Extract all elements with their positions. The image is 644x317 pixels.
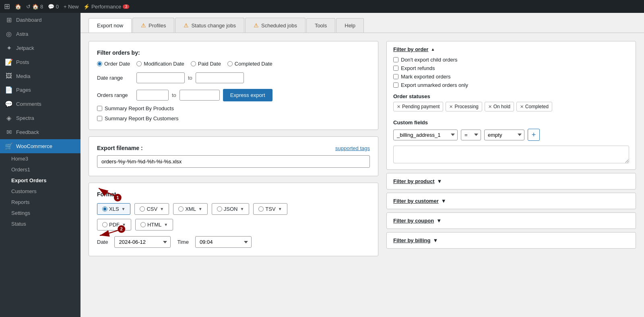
media-icon: 🖼 [5,72,13,80]
sidebar-item-woo-reports[interactable]: Reports [0,197,80,208]
filter-by-billing-link[interactable]: Filter by billing [393,237,430,243]
sidebar-item-astra[interactable]: ◎ Astra [0,27,80,41]
admin-bar-new[interactable]: + New [64,4,78,10]
filter-by-billing-header[interactable]: Filter by billing ▼ [387,233,636,248]
remove-processing-icon[interactable]: ✕ [449,104,453,109]
filter-by-product-header[interactable]: Filter by product ▼ [387,173,636,189]
filter-by-coupon-link[interactable]: Filter by coupon [393,218,434,224]
xml-dropdown-arrow: ▼ [198,207,202,211]
date-range-to-label: to [188,75,192,81]
filter-by-customer-link[interactable]: Filter by customer [393,198,439,204]
sidebar-item-woo-orders[interactable]: Orders 1 [0,164,80,175]
tag-on-hold[interactable]: ✕ On hold [485,102,514,111]
filter-by-billing-arrow-icon: ▼ [433,237,438,243]
admin-bar-comments[interactable]: 💬 0 [48,4,59,10]
radio-paid-date[interactable]: Paid Date [191,61,221,67]
sidebar-item-woo-settings[interactable]: Settings [0,208,80,218]
checkbox-summary-customers-input[interactable] [97,116,102,121]
sidebar-item-spectra[interactable]: ◈ Spectra [0,111,80,125]
tab-scheduled-jobs[interactable]: ⚠ Scheduled jobs [245,18,305,33]
html-dropdown-arrow: ▼ [164,222,168,227]
filename-label: Export filename : [97,145,143,151]
sidebar-item-pages[interactable]: 📄 Pages [0,83,80,97]
checkbox-export-refunds-input[interactable] [393,66,398,71]
sidebar-item-jetpack[interactable]: ✦ Jetpack [0,41,80,55]
time-label: Time [177,239,188,245]
woo-submenu: Home 3 Orders 1 Export Orders Customers … [0,153,80,229]
format-xml-btn[interactable]: XML ▼ [173,203,208,215]
cf-value-select[interactable]: empty [484,130,524,140]
admin-bar-performance[interactable]: ⚡ Performance 3 [83,4,129,10]
sidebar-item-comments[interactable]: 💬 Comments [0,97,80,111]
date-range-from[interactable] [136,72,185,83]
date-range-to[interactable] [196,72,244,83]
remove-completed-icon[interactable]: ✕ [520,104,524,109]
tsv-dropdown-arrow: ▼ [278,207,282,211]
time-select[interactable]: 09:04 [195,236,252,248]
radio-modification-date[interactable]: Modification Date [136,61,184,67]
format-json-btn[interactable]: JSON ▼ [212,203,250,215]
sidebar-item-woo-status[interactable]: Status [0,218,80,229]
sidebar-item-media[interactable]: 🖼 Media [0,69,80,83]
csv-dropdown-arrow: ▼ [160,207,164,211]
admin-bar-updates[interactable]: ↺ 🏠8 [26,4,43,10]
tab-profiles[interactable]: ⚠ Profiles [132,18,174,33]
checkbox-mark-exported-input[interactable] [393,74,398,79]
sidebar-item-woo-customers[interactable]: Customers [0,186,80,197]
sidebar-item-posts[interactable]: 📝 Posts [0,55,80,69]
tab-tools[interactable]: Tools [306,18,335,33]
tab-status-change-jobs[interactable]: ⚠ Status change jobs [175,18,244,33]
filter-by-product-link[interactable]: Filter by product [393,178,435,184]
sidebar: ⊞ Dashboard ◎ Astra ✦ Jetpack 📝 Posts 🖼 … [0,13,80,317]
filter-by-order-link[interactable]: Filter by order [393,46,428,52]
checkbox-no-child-orders: Don't export child orders [387,56,636,64]
orders-range-to[interactable] [180,90,220,101]
filter-by-product-card: Filter by product ▼ [386,173,636,189]
radio-completed-date[interactable]: Completed Date [227,61,272,67]
filename-input[interactable] [97,155,370,168]
checkbox-export-unmarked-input[interactable] [393,82,398,88]
filter-by-coupon-header[interactable]: Filter by coupon ▼ [387,213,636,228]
sidebar-item-woocommerce[interactable]: 🛒 WooCommerce [0,139,80,153]
posts-icon: 📝 [5,58,13,66]
date-select[interactable]: 2024-06-12 [114,236,171,248]
format-csv-btn[interactable]: CSV ▼ [134,203,169,215]
orders-range-from[interactable] [136,90,169,101]
format-xls-btn[interactable]: XLS ▼ [97,203,130,215]
filter-by-customer-header[interactable]: Filter by customer ▼ [387,193,636,209]
filter-by-order-header[interactable]: Filter by order ▲ [387,41,636,56]
radio-order-date[interactable]: Order Date [97,61,130,67]
format-tsv-btn[interactable]: TSV ▼ [253,203,287,215]
format-html-btn[interactable]: HTML ▼ [135,219,173,231]
tab-export-now[interactable]: Export now [89,18,132,33]
checkbox-no-child-orders-input[interactable] [393,57,398,62]
tag-processing[interactable]: ✕ Processing [446,102,482,111]
tab-help[interactable]: Help [336,18,364,33]
format-pdf-btn[interactable]: PDF ▼ [97,219,131,231]
tabs-bar: Export now ⚠ Profiles ⚠ Status change jo… [80,13,644,33]
filter-by-order-arrow-icon: ▲ [431,47,435,51]
format-card: Format XLS ▼ CSV ▼ [89,183,378,256]
wp-logo-icon[interactable]: ⊞ [4,2,10,11]
spectra-icon: ◈ [5,114,13,122]
supported-tags-link[interactable]: supported tags [335,145,370,151]
tag-pending-payment[interactable]: ✕ Pending payment [393,102,443,111]
cf-operator-select[interactable]: = [461,130,481,140]
tag-completed[interactable]: ✕ Completed [516,102,552,111]
admin-bar-home[interactable]: 🏠 [15,4,21,10]
feedback-icon: ✉ [5,128,13,136]
sidebar-item-export-orders[interactable]: Export Orders [0,175,80,186]
cf-add-button[interactable]: + [528,129,540,141]
sidebar-item-woo-home[interactable]: Home 3 [0,153,80,164]
cf-textarea[interactable] [393,146,629,163]
comments-icon: 💬 [5,100,13,108]
dashboard-icon: ⊞ [5,16,13,24]
remove-on-hold-icon[interactable]: ✕ [488,104,492,109]
cf-field-select[interactable]: _billing_address_1 [393,130,458,140]
sidebar-item-feedback[interactable]: ✉ Feedback [0,125,80,139]
remove-pending-icon[interactable]: ✕ [397,104,400,109]
sidebar-item-dashboard[interactable]: ⊞ Dashboard [0,13,80,27]
express-export-button[interactable]: Express export [223,89,272,101]
checkbox-summary-products-input[interactable] [97,106,102,111]
format-row-1: XLS ▼ CSV ▼ XML ▼ [97,203,370,215]
